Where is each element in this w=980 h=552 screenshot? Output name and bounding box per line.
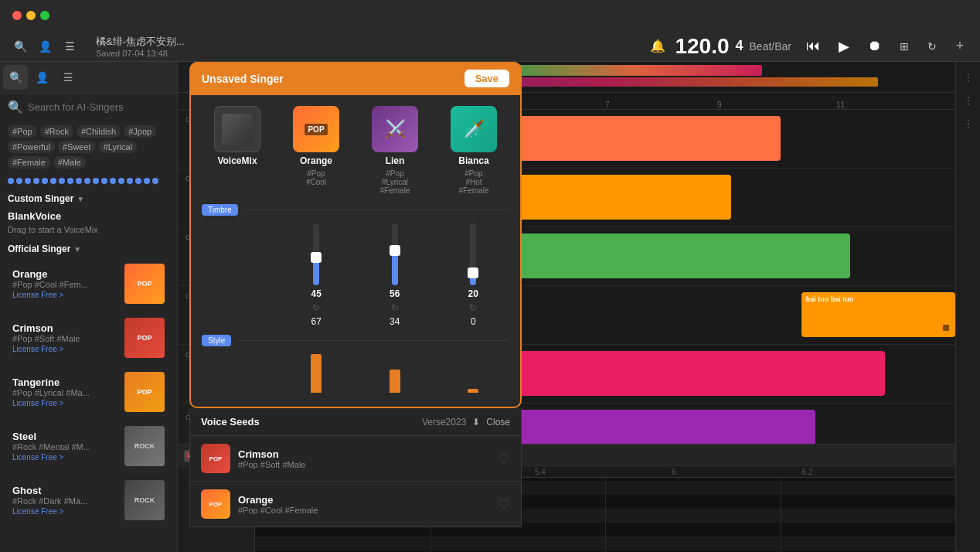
tag-sweet[interactable]: #Sweet — [58, 141, 96, 153]
filter-icon[interactable]: ⬇ — [472, 417, 480, 428]
custom-singer-arrow: ▼ — [77, 195, 84, 203]
blank-voice-subtitle: Drag to start a VoiceMix — [8, 225, 169, 234]
tag-male[interactable]: #Male — [53, 156, 86, 169]
add-icon[interactable]: + — [949, 36, 971, 57]
sidebar-tab-menu[interactable]: ☰ — [56, 65, 80, 90]
vert-icon-2[interactable]: ⋮ — [959, 91, 978, 110]
slider-bianca: 20 ↻ 0 — [437, 223, 510, 327]
close-seeds-button[interactable]: Close — [486, 417, 510, 428]
official-singer-label: Official Singer — [8, 244, 70, 254]
custom-singer-section[interactable]: Custom Singer ▼ — [0, 189, 177, 206]
style-bars-row — [191, 349, 520, 400]
sidebar-tab-search[interactable]: 🔍 — [3, 65, 28, 90]
window-controls — [12, 11, 49, 20]
slider-orange: 45 ↻ 67 — [281, 223, 353, 327]
modal-header: Unsaved Singer Save — [189, 62, 522, 95]
singer-thumb-crimson: POP — [124, 318, 165, 358]
search-input[interactable] — [28, 101, 169, 113]
tag-jpop[interactable]: #Jpop — [124, 125, 156, 138]
seed-tags-orange: #Pop #Cool #Female — [238, 506, 490, 515]
loop-icon[interactable]: ↻ — [921, 36, 943, 57]
seed-heart-orange[interactable]: ♡ — [498, 496, 510, 513]
notification-icon[interactable]: 🔔 — [647, 36, 669, 57]
unsaved-singer-modal: Unsaved Singer Save VoiceMix POP Orange … — [189, 62, 522, 527]
timbre-label: Timbre — [202, 204, 238, 216]
slider-lien: 56 ↻ 34 — [359, 223, 431, 327]
voice-seeds-version: Verse2023 — [422, 417, 466, 428]
beat-value: 4 — [736, 38, 744, 54]
transport-controls: ⏮ ▶ ⏺ ⊞ ↻ + — [801, 34, 971, 59]
tags-area: #Pop #Rock #Childish #Jpop #Powerful #Sw… — [0, 121, 177, 173]
modal-singer-lien: ⚔️ Lien #Pop#Lyrical#Female — [359, 106, 430, 195]
voice-seeds-panel: Voice Seeds Verse2023 ⬇ Close POP Crimso… — [189, 408, 522, 527]
modal-singers-row: VoiceMix POP Orange #Pop#Cool ⚔️ Lien #P… — [191, 95, 520, 201]
singer-thumb-ghost: ROCK — [124, 480, 165, 520]
sidebar-tabs: 🔍 👤 ☰ — [0, 62, 177, 94]
style-label: Style — [202, 335, 231, 346]
tag-female[interactable]: #Female — [8, 156, 50, 169]
sidebar-tab-user[interactable]: 👤 — [29, 65, 54, 90]
beat-unit: Beat/Bar — [750, 40, 791, 53]
official-singer-section[interactable]: Official Singer ▼ — [0, 239, 177, 256]
minimize-button[interactable] — [26, 11, 36, 20]
seed-avatar-crimson: POP — [201, 444, 230, 473]
singer-item-crimson[interactable]: Crimson #Pop #Soft #Male License Free > … — [5, 312, 172, 364]
grid-icon[interactable]: ⊞ — [893, 36, 915, 57]
singer-item-orange[interactable]: Orange #Pop #Cool #Fem... License Free >… — [5, 257, 172, 310]
tempo-value[interactable]: 120.0 — [675, 34, 729, 59]
singer-thumb-tangerine: POP — [124, 372, 165, 412]
timbre-row: Timbre — [191, 201, 520, 219]
tempo-display: 🔔 120.0 4 Beat/Bar — [647, 34, 791, 59]
vert-icon-1[interactable]: ⋮ — [959, 68, 978, 87]
project-title: 橘&绯-焦虑不安别... Saved 07-04 13:48 — [96, 35, 638, 58]
style-bar-bianca — [468, 389, 478, 393]
tag-childish[interactable]: #Childish — [77, 125, 121, 138]
menu-icon[interactable]: ☰ — [59, 36, 80, 57]
sliders-row: 45 ↻ 67 56 ↻ 34 20 ↻ — [191, 219, 520, 332]
style-bar-orange — [311, 354, 322, 393]
tag-rock[interactable]: #Rock — [40, 125, 73, 138]
singer-item-tangerine[interactable]: Tangerine #Pop #Lyrical #Ma... License F… — [5, 366, 172, 418]
play-button[interactable]: ▶ — [832, 34, 856, 59]
tag-powerful[interactable]: #Powerful — [8, 141, 55, 153]
official-singers-list: Orange #Pop #Cool #Fem... License Free >… — [0, 256, 177, 552]
seed-item-orange[interactable]: POP Orange #Pop #Cool #Female ♡ — [190, 482, 521, 526]
modal-singer-voicemix: VoiceMix — [202, 106, 273, 195]
blank-voice-section: BlankVoice Drag to start a VoiceMix — [0, 206, 177, 239]
style-row: Style — [191, 332, 520, 349]
official-singer-arrow: ▼ — [73, 245, 81, 254]
modal-singer-bianca: 🗡️ Bianca #Pop#Hot#Female — [438, 106, 509, 195]
voice-seeds-title: Voice Seeds — [201, 416, 260, 428]
blank-voice-title: BlankVoice — [8, 210, 169, 222]
singer-thumb-steel: ROCK — [124, 426, 165, 466]
voice-seeds-header: Voice Seeds Verse2023 ⬇ Close — [190, 408, 521, 436]
sidebar: 🔍 👤 ☰ 🔍 #Pop #Rock #Childish #Jpop #Powe… — [0, 62, 178, 552]
tag-lyrical[interactable]: #Lyrical — [99, 141, 138, 153]
seed-tags-crimson: #Pop #Soft #Male — [238, 460, 490, 469]
maximize-button[interactable] — [40, 11, 49, 20]
singer-item-ghost[interactable]: Ghost #Rock #Dark #Ma... License Free > … — [5, 474, 172, 526]
search-icon[interactable]: 🔍 — [9, 36, 31, 57]
vert-icon-3[interactable]: ⋮ — [959, 114, 978, 133]
singer-item-steel[interactable]: Steel #Rock #Mental #M... License Free >… — [5, 420, 172, 472]
modal-singer-orange: POP Orange #Pop#Cool — [281, 106, 352, 195]
seed-heart-crimson[interactable]: ♡ — [498, 450, 510, 467]
user-icon[interactable]: 👤 — [34, 36, 56, 57]
modal-title: Unsaved Singer — [202, 73, 284, 85]
save-button[interactable]: Save — [464, 70, 509, 87]
right-strip: ⋮ ⋮ ⋮ — [955, 62, 980, 552]
titlebar — [0, 0, 980, 31]
left-toolbar-icons: 🔍 👤 ☰ — [9, 36, 80, 57]
tag-pop[interactable]: #Pop — [8, 125, 37, 138]
close-button[interactable] — [12, 11, 22, 20]
rewind-button[interactable]: ⏮ — [801, 34, 825, 59]
seed-name-orange: Orange — [238, 494, 490, 506]
search-icon: 🔍 — [8, 100, 23, 114]
seed-item-crimson[interactable]: POP Crimson #Pop #Soft #Male ♡ — [190, 436, 521, 482]
record-button[interactable]: ⏺ — [863, 34, 887, 59]
search-bar: 🔍 — [0, 94, 177, 121]
custom-singer-label: Custom Singer — [8, 193, 73, 204]
seed-avatar-orange: POP — [201, 489, 230, 519]
style-bar-lien — [390, 370, 400, 393]
top-toolbar: 🔍 👤 ☰ 橘&绯-焦虑不安别... Saved 07-04 13:48 🔔 1… — [0, 31, 980, 62]
